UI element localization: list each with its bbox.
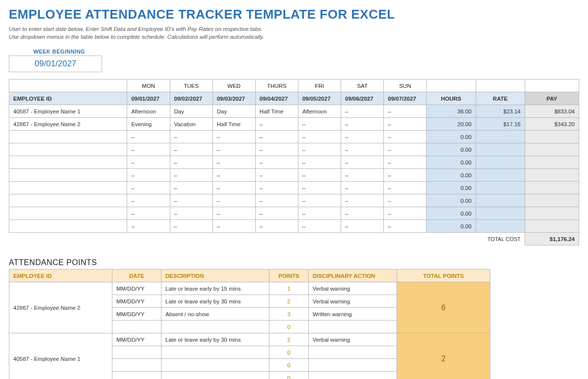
shift-cell[interactable]: – xyxy=(298,194,341,207)
points-desc-cell[interactable]: Absent / no-show xyxy=(161,308,269,321)
employee-cell[interactable] xyxy=(9,194,127,207)
shift-cell[interactable]: Half Time xyxy=(213,118,255,131)
shift-cell[interactable]: – xyxy=(341,143,384,156)
shift-cell[interactable]: – xyxy=(298,131,341,143)
shift-cell[interactable]: – xyxy=(170,207,213,220)
points-desc-cell[interactable] xyxy=(161,359,269,372)
employee-cell[interactable] xyxy=(9,143,127,156)
shift-cell[interactable]: – xyxy=(384,131,427,143)
shift-cell[interactable]: – xyxy=(384,182,427,194)
shift-cell[interactable]: – xyxy=(170,182,213,194)
shift-cell[interactable]: – xyxy=(384,220,427,233)
shift-cell[interactable]: – xyxy=(213,207,255,220)
points-desc-cell[interactable] xyxy=(161,346,269,359)
points-date-cell[interactable]: MM/DD/YY xyxy=(112,282,161,295)
shift-cell[interactable]: – xyxy=(384,156,427,169)
shift-cell[interactable]: – xyxy=(341,194,384,207)
employee-cell[interactable] xyxy=(9,207,127,220)
shift-cell[interactable]: – xyxy=(170,143,213,156)
shift-cell[interactable]: – xyxy=(127,207,170,220)
shift-cell[interactable]: – xyxy=(255,156,298,169)
shift-cell[interactable]: – xyxy=(127,220,170,233)
points-action-cell[interactable]: Written warning xyxy=(309,308,397,321)
shift-cell[interactable]: – xyxy=(213,169,255,182)
shift-cell[interactable]: – xyxy=(213,182,255,194)
shift-cell[interactable]: – xyxy=(298,207,341,220)
shift-cell[interactable]: – xyxy=(213,220,255,233)
points-action-cell[interactable] xyxy=(309,359,397,372)
shift-cell[interactable]: – xyxy=(127,131,170,143)
shift-cell[interactable]: – xyxy=(255,182,298,194)
employee-cell[interactable] xyxy=(9,156,127,169)
shift-cell[interactable]: – xyxy=(255,169,298,182)
points-date-cell[interactable] xyxy=(112,321,161,333)
shift-cell[interactable]: – xyxy=(341,131,384,143)
shift-cell[interactable]: – xyxy=(127,143,170,156)
points-date-cell[interactable]: MM/DD/YY xyxy=(112,333,161,346)
employee-cell[interactable] xyxy=(9,131,127,143)
shift-cell[interactable]: – xyxy=(341,118,384,131)
shift-cell[interactable]: – xyxy=(298,143,341,156)
shift-cell[interactable]: Day xyxy=(170,105,213,118)
points-date-cell[interactable]: MM/DD/YY xyxy=(112,295,161,308)
points-desc-cell[interactable] xyxy=(161,321,269,333)
shift-cell[interactable]: – xyxy=(255,207,298,220)
points-date-cell[interactable] xyxy=(112,346,161,359)
shift-cell[interactable]: – xyxy=(341,207,384,220)
shift-cell[interactable]: – xyxy=(255,220,298,233)
shift-cell[interactable]: – xyxy=(384,169,427,182)
shift-cell[interactable]: Evening xyxy=(127,118,170,131)
points-date-cell[interactable]: MM/DD/YY xyxy=(112,308,161,321)
shift-cell[interactable]: – xyxy=(298,169,341,182)
points-action-cell[interactable]: Verbal warning xyxy=(309,333,397,346)
shift-cell[interactable]: Afternoon xyxy=(127,105,170,118)
shift-cell[interactable]: – xyxy=(213,156,255,169)
points-employee-cell[interactable]: 40587 - Employee Name 1 xyxy=(9,333,112,379)
shift-cell[interactable]: Afternoon xyxy=(298,105,341,118)
points-action-cell[interactable] xyxy=(309,321,397,333)
shift-cell[interactable]: – xyxy=(384,105,427,118)
shift-cell[interactable]: – xyxy=(384,143,427,156)
shift-cell[interactable]: Half Time xyxy=(255,105,298,118)
shift-cell[interactable]: – xyxy=(127,182,170,194)
employee-cell[interactable]: 42867 - Employee Name 2 xyxy=(9,118,127,131)
employee-cell[interactable] xyxy=(9,220,127,233)
points-desc-cell[interactable]: Late or leave early by 30 mins xyxy=(161,333,269,346)
points-date-cell[interactable] xyxy=(112,359,161,372)
shift-cell[interactable]: – xyxy=(341,156,384,169)
shift-cell[interactable]: – xyxy=(341,220,384,233)
points-desc-cell[interactable]: Late or leave early by 15 mins xyxy=(161,282,269,295)
shift-cell[interactable]: – xyxy=(170,169,213,182)
employee-cell[interactable]: 40587 - Employee Name 1 xyxy=(9,105,127,118)
shift-cell[interactable]: – xyxy=(127,156,170,169)
shift-cell[interactable]: – xyxy=(341,182,384,194)
shift-cell[interactable]: – xyxy=(213,194,255,207)
points-employee-cell[interactable]: 42867 - Employee Name 2 xyxy=(9,282,112,333)
shift-cell[interactable]: – xyxy=(384,118,427,131)
points-action-cell[interactable]: Verbal warning xyxy=(309,295,397,308)
shift-cell[interactable]: – xyxy=(298,118,341,131)
employee-cell[interactable] xyxy=(9,169,127,182)
shift-cell[interactable]: – xyxy=(384,194,427,207)
shift-cell[interactable]: – xyxy=(170,156,213,169)
shift-cell[interactable]: Day xyxy=(213,105,255,118)
shift-cell[interactable]: – xyxy=(298,156,341,169)
shift-cell[interactable]: – xyxy=(341,169,384,182)
shift-cell[interactable]: Vacation xyxy=(170,118,213,131)
points-action-cell[interactable] xyxy=(309,346,397,359)
points-date-cell[interactable] xyxy=(112,372,161,379)
shift-cell[interactable]: – xyxy=(170,220,213,233)
shift-cell[interactable]: – xyxy=(298,220,341,233)
shift-cell[interactable]: – xyxy=(127,194,170,207)
week-beginning-input[interactable]: 09/01/2027 xyxy=(9,55,102,72)
points-action-cell[interactable] xyxy=(309,372,397,379)
shift-cell[interactable]: – xyxy=(255,194,298,207)
shift-cell[interactable]: – xyxy=(170,131,213,143)
shift-cell[interactable]: – xyxy=(255,131,298,143)
points-desc-cell[interactable] xyxy=(161,372,269,379)
shift-cell[interactable]: – xyxy=(127,169,170,182)
points-desc-cell[interactable]: Late or leave early by 30 mins xyxy=(161,295,269,308)
shift-cell[interactable]: – xyxy=(384,207,427,220)
shift-cell[interactable]: – xyxy=(341,105,384,118)
points-action-cell[interactable]: Verbal warning xyxy=(309,282,397,295)
